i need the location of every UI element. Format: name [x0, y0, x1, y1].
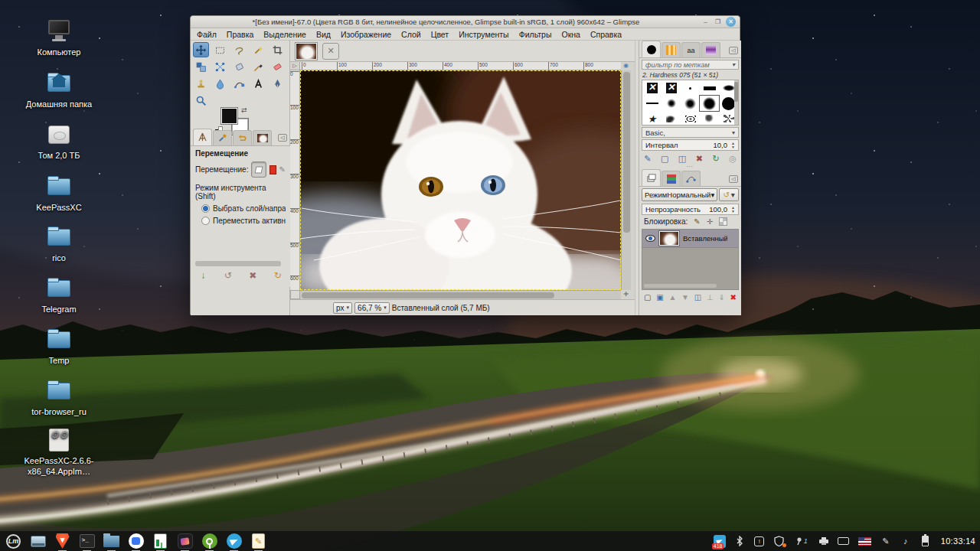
- delete-brush-button[interactable]: ✖: [696, 154, 703, 164]
- tab-images[interactable]: [253, 130, 272, 145]
- duplicate-layer-button[interactable]: ◫: [694, 293, 701, 302]
- desktop-icon-volume[interactable]: Том 2,0 ТБ: [15, 122, 103, 161]
- layer-mode-reset-select[interactable]: ↺▾: [719, 188, 739, 201]
- vertical-ruler[interactable]: 0100 200300 400500 600: [290, 70, 300, 290]
- menu-image[interactable]: Изображение: [341, 30, 391, 39]
- brush-thumb[interactable]: [700, 111, 719, 126]
- swap-colors-icon[interactable]: ⇄: [241, 106, 247, 114]
- brush-thumb[interactable]: [642, 96, 662, 111]
- save-preset-button[interactable]: ↓: [195, 270, 211, 281]
- opacity-value[interactable]: 100,0: [709, 205, 727, 214]
- libreoffice-calc-launcher[interactable]: [152, 533, 169, 550]
- battery-icon[interactable]: [920, 535, 932, 547]
- layer-name[interactable]: Вставленный слой: [683, 234, 727, 243]
- update-manager-icon[interactable]: !: [753, 535, 766, 547]
- dock-drag-handle[interactable]: ⋯: [639, 164, 741, 169]
- vertical-scrollbar[interactable]: [621, 70, 631, 290]
- radio-move-active[interactable]: [201, 217, 210, 225]
- title-bar[interactable]: *[Без имени]-67.0 (Цвета RGB 8 бит, нели…: [191, 16, 740, 28]
- menu-select[interactable]: Выделение: [263, 30, 306, 39]
- telegram-launcher[interactable]: [225, 533, 243, 550]
- desktop-icon-tor-browser[interactable]: tor-browser_ru: [15, 378, 103, 418]
- layer-thumbnail[interactable]: [659, 231, 679, 246]
- anchor-layer-button[interactable]: ⊥: [707, 293, 714, 302]
- mint-menu-button[interactable]: Lm: [5, 533, 22, 550]
- menu-layer[interactable]: Слой: [401, 30, 421, 39]
- tab-layers[interactable]: [642, 169, 661, 186]
- raise-layer-button[interactable]: ▲: [668, 293, 676, 302]
- tool-zoom[interactable]: [193, 93, 209, 108]
- brush-thumb[interactable]: [681, 96, 700, 111]
- delete-preset-button[interactable]: ✖: [245, 270, 260, 281]
- dock-menu-button[interactable]: ◁: [729, 47, 738, 54]
- desktop-icon-temp[interactable]: Temp: [15, 327, 103, 367]
- desktop-icon-appimage[interactable]: ⚙⚙ KeePassXC-2.6.6- x86_64.AppIm…: [15, 427, 103, 478]
- desktop-icon-home[interactable]: Домашняя папка: [15, 70, 103, 110]
- file-manager-launcher[interactable]: [103, 533, 120, 550]
- brush-group-select[interactable]: Basic, ▾: [642, 127, 739, 138]
- quick-mask-toggle[interactable]: [290, 290, 300, 299]
- tool-handle-transform[interactable]: [212, 59, 228, 74]
- lock-move-icon[interactable]: ✛: [707, 217, 713, 226]
- move-path-button[interactable]: ✎: [279, 165, 286, 174]
- tab-fonts[interactable]: aa: [681, 42, 701, 57]
- brush-thumb[interactable]: ★: [642, 111, 662, 126]
- desktop-icon-rico[interactable]: rico: [15, 224, 103, 264]
- dark-app-launcher[interactable]: [176, 533, 194, 550]
- refresh-brushes-button[interactable]: ↻: [712, 154, 719, 164]
- tool-crop[interactable]: [270, 42, 286, 57]
- telegram-tray-icon[interactable]: 418: [714, 535, 726, 547]
- tablet-pen-icon[interactable]: ✎: [880, 535, 892, 547]
- brush-grid[interactable]: ✕ ✕ ★: [642, 80, 739, 126]
- tool-align[interactable]: [193, 59, 209, 74]
- desktop-icon-keepassxc-folder[interactable]: KeePassXC: [15, 174, 103, 214]
- tool-paintbrush[interactable]: [250, 59, 266, 74]
- tab-patterns[interactable]: [662, 42, 681, 57]
- brush-thumb[interactable]: ✕: [662, 80, 681, 96]
- maximize-button[interactable]: ❐: [714, 18, 722, 26]
- radio-pick-layer[interactable]: [201, 204, 210, 213]
- tab-channels[interactable]: [662, 171, 681, 186]
- tool-paths[interactable]: [231, 76, 247, 91]
- delete-layer-button[interactable]: ✖: [730, 293, 737, 302]
- new-layer-group-button[interactable]: ▣: [656, 293, 663, 302]
- bluetooth-icon[interactable]: [733, 535, 746, 547]
- image-canvas[interactable]: [300, 70, 621, 290]
- new-layer-button[interactable]: ▢: [644, 293, 651, 302]
- spinner-arrows[interactable]: ▲▼: [730, 206, 737, 214]
- tool-blur-sharpen[interactable]: [212, 76, 228, 91]
- desktop-icon-computer[interactable]: Компьютер: [15, 18, 103, 58]
- layer-row[interactable]: Вставленный слой: [642, 230, 738, 248]
- foreground-color-swatch[interactable]: [221, 108, 237, 124]
- brush-thumb[interactable]: ✕: [642, 80, 662, 96]
- tab-device-status[interactable]: [213, 130, 232, 145]
- menu-edit[interactable]: Правка: [227, 30, 253, 39]
- layer-list-scrollbar[interactable]: [644, 284, 717, 288]
- tab-undo-history[interactable]: [233, 130, 252, 145]
- brush-spacing-row[interactable]: Интервал 10,0 ▲▼: [642, 139, 739, 151]
- tool-options-scrollbar[interactable]: [195, 261, 281, 266]
- firewall-icon[interactable]: [773, 535, 786, 547]
- brush-thumb[interactable]: [681, 111, 700, 126]
- lower-layer-button[interactable]: ▼: [681, 293, 689, 302]
- dock-menu-button[interactable]: ◁: [729, 175, 738, 183]
- tool-fuzzy-select[interactable]: [250, 42, 266, 57]
- lock-alpha-icon[interactable]: [719, 217, 727, 226]
- signal-launcher[interactable]: [127, 533, 145, 550]
- close-button[interactable]: ✕: [726, 17, 736, 27]
- dock-menu-button[interactable]: ◁: [278, 134, 287, 142]
- layer-mode-select[interactable]: РежимНормальный ▾: [642, 188, 717, 201]
- new-brush-button[interactable]: ▢: [661, 154, 668, 164]
- navigation-button[interactable]: ✛: [621, 290, 631, 299]
- move-selection-button[interactable]: [270, 165, 276, 174]
- menu-windows[interactable]: Окна: [561, 30, 580, 39]
- printer-icon[interactable]: [818, 535, 830, 547]
- layer-visibility-icon[interactable]: [645, 235, 655, 242]
- tool-move[interactable]: [193, 42, 209, 57]
- audio-player-icon[interactable]: ♪: [900, 535, 912, 547]
- new-image-placeholder-icon[interactable]: ✕: [322, 43, 339, 60]
- menu-view[interactable]: Вид: [316, 30, 331, 39]
- horizontal-scrollbar[interactable]: [300, 290, 621, 299]
- display-settings-icon[interactable]: [838, 535, 850, 547]
- taskbar-clock[interactable]: 10:33:14: [941, 536, 975, 546]
